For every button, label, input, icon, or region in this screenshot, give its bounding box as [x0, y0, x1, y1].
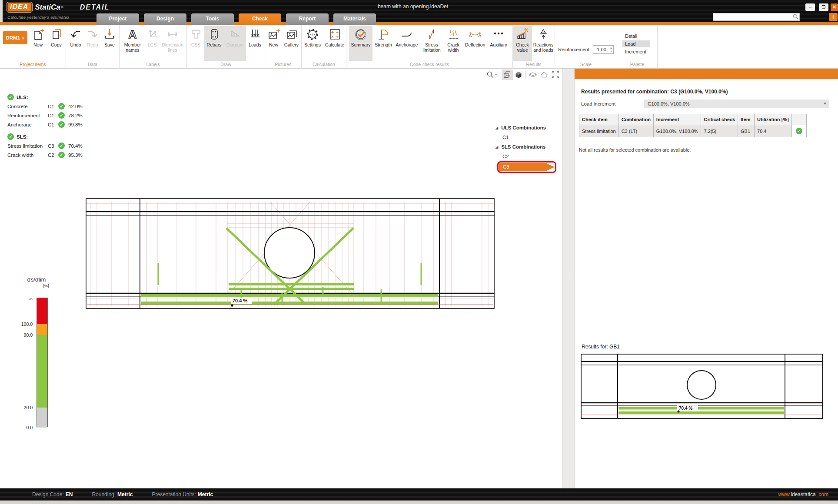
new-picture-button[interactable]: New [266, 26, 282, 61]
drm-selector[interactable]: DRM1 [0, 26, 29, 44]
home-view-button[interactable] [539, 70, 550, 80]
legend-title: σs/σlim [20, 276, 53, 283]
rebar-mid-2 [229, 288, 354, 290]
expander-icon[interactable] [495, 145, 498, 149]
group-pictures: New Gallery Pictures [265, 25, 302, 69]
svg-text:÷: ÷ [336, 34, 339, 39]
undo-button[interactable]: Undo [67, 26, 84, 61]
load-increment-dropdown[interactable]: G100.0%, V100.0% [644, 99, 829, 108]
legend-tick-0: 0.0 [13, 425, 33, 430]
strength-button[interactable]: Strength [372, 26, 394, 61]
palette-load-button[interactable]: Load [622, 40, 650, 47]
dimension-lines-button[interactable]: Dimension lines [160, 26, 186, 61]
css-button[interactable]: CSS [188, 26, 204, 61]
search-icon [792, 13, 799, 20]
gallery-button[interactable]: Gallery [282, 26, 301, 61]
expander-icon[interactable] [495, 126, 498, 130]
zoom-extents-button[interactable] [550, 70, 561, 80]
clipping-plane-icon [529, 70, 537, 79]
diagram-button[interactable]: Diagram [224, 26, 246, 61]
color-scale-legend: σs/σlim [%] ∞ 100.0 90.0 20.0 0.0 [20, 276, 55, 427]
check-ok-icon [58, 112, 65, 119]
result-row-concrete: Concrete C1 42.0% [7, 102, 83, 111]
logo: IDEA StatiCa ® DETAIL [7, 2, 110, 12]
save-button[interactable]: Save [101, 26, 118, 61]
uls-section-header: ULS: [7, 93, 83, 102]
summary-button[interactable]: Summary [349, 26, 372, 61]
tab-tools[interactable]: Tools [191, 13, 234, 25]
redo-button[interactable]: Redo [84, 26, 101, 61]
tab-report[interactable]: Report [286, 13, 329, 25]
tab-design[interactable]: Design [144, 13, 186, 25]
rebars-icon [207, 27, 221, 41]
panel-splitter[interactable] [562, 69, 575, 488]
auxiliary-button[interactable]: Auxiliary [487, 26, 510, 61]
settings-button[interactable]: </> Settings [302, 26, 323, 61]
info-button[interactable] [829, 13, 838, 21]
beam-drawing[interactable]: 70.4 % [86, 198, 495, 309]
svg-text:A: A [129, 28, 137, 41]
divider [575, 276, 826, 276]
lcs-icon [145, 27, 159, 41]
zoom-extents-icon [551, 70, 560, 79]
stepper-arrows-icon[interactable]: ▲▼ [610, 46, 612, 53]
legend-bar: ∞ 100.0 90.0 20.0 0.0 [37, 298, 48, 427]
status-presentation-units: Presentation Units:Metric [152, 491, 213, 497]
palette-increment-button[interactable]: Increment [622, 48, 650, 55]
close-button[interactable] [831, 3, 838, 11]
stress-limitation-button[interactable]: Stress limitation [419, 26, 444, 61]
wireframe-cube-icon [503, 70, 512, 79]
document-title: beam with an opening.ideaDet [261, 3, 565, 10]
app-window: IDEA StatiCa ® DETAIL Calculate yesterda… [0, 0, 838, 504]
group-labels: A Member names LCS Dimension lines Label… [120, 25, 187, 69]
tab-materials[interactable]: Materials [333, 13, 376, 25]
tab-check[interactable]: Check [239, 13, 281, 25]
reinforcement-scale-stepper[interactable]: 1.00 ▲▼ [593, 45, 614, 54]
maximize-button[interactable] [819, 3, 828, 11]
wireframe-view-button[interactable] [502, 70, 513, 80]
solid-view-button[interactable] [513, 70, 524, 80]
legend-unit: [%] [30, 284, 63, 288]
zoom-dropdown-chevron-icon[interactable]: ⌄ [494, 72, 498, 76]
copy-button[interactable]: Copy [47, 26, 66, 61]
ribbon-tabs: Project Design Tools Check Report Materi… [96, 13, 376, 25]
tagline: Calculate yesterday's estimates [7, 15, 70, 20]
main-canvas[interactable]: ⌄ ULS: Co [0, 69, 562, 488]
status-bar: Design Code:EN Rounding:Metric Presentat… [0, 488, 838, 501]
reactions-loads-button[interactable]: Reactions and loads [532, 26, 555, 61]
group-palette: Detail Load Increment Palette [617, 25, 658, 69]
calculate-button[interactable]: +−×÷ Calculate [323, 26, 346, 61]
member-names-button[interactable]: A Member names [120, 26, 145, 61]
table-row[interactable]: Stress limitation C3 (LT) G100.0%, V100.… [579, 125, 807, 137]
rebars-button[interactable]: Rebars [204, 26, 224, 61]
check-value-button[interactable]: % Check value [513, 26, 532, 61]
tree-item-c2[interactable]: C2 [495, 152, 565, 161]
rebar-bottom-2 [141, 302, 438, 305]
website-link[interactable]: www.ideastatica .com [778, 491, 828, 497]
tree-item-c3-selected[interactable]: C3 [499, 163, 555, 171]
minimize-button[interactable] [805, 3, 815, 11]
clipping-plane-button[interactable] [527, 70, 539, 80]
group-data: Undo Redo Save Data [66, 25, 120, 69]
anchorage-button[interactable]: Anchorage [394, 26, 419, 61]
sls-section-header: SLS: [7, 132, 83, 141]
stress-limitation-icon [425, 27, 439, 41]
deflection-button[interactable]: Deflection [463, 26, 487, 61]
registered-mark: ® [61, 5, 63, 9]
tab-project[interactable]: Project [96, 13, 139, 25]
new-picture-icon [267, 27, 281, 41]
anchorage-icon [400, 27, 414, 41]
new-project-button[interactable]: New [29, 26, 47, 61]
tree-item-c1[interactable]: C1 [495, 133, 565, 142]
loads-button[interactable]: Loads [246, 26, 264, 61]
search-input[interactable] [713, 14, 792, 20]
tree-uls-combinations[interactable]: ULS Combinations [495, 123, 565, 133]
palette-detail-button[interactable]: Detail [622, 33, 650, 40]
crack-width-button[interactable]: Crack width [444, 26, 463, 61]
tree-sls-combinations[interactable]: SLS Combinations [495, 142, 565, 152]
new-document-icon [31, 27, 45, 41]
lcs-button[interactable]: LCS [145, 26, 160, 61]
reactions-icon [536, 27, 550, 41]
search-box[interactable] [713, 13, 800, 21]
group-draw: CSS Rebars Diagram Loads Draw [187, 25, 265, 69]
